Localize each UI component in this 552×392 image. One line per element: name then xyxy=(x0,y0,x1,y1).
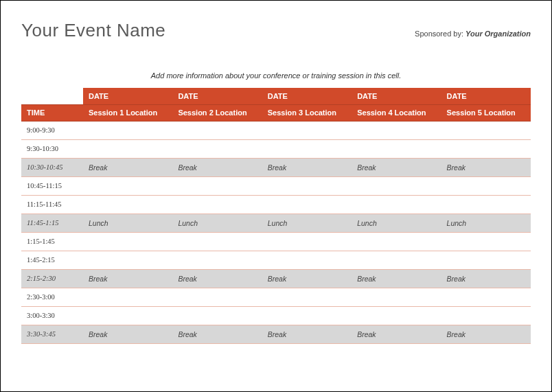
table-row: 11:15-11:45 xyxy=(21,195,531,214)
time-cell: 1:45-2:15 xyxy=(21,251,83,269)
column-date-5: DATE xyxy=(441,88,531,104)
time-cell: 9:00-9:30 xyxy=(21,121,83,139)
session-cell xyxy=(172,195,262,214)
date-row-blank xyxy=(21,88,83,104)
session-cell: Break xyxy=(83,325,172,343)
session-cell xyxy=(172,232,262,251)
session-cell: Lunch xyxy=(352,214,441,232)
session-cell xyxy=(83,139,172,158)
session-cell xyxy=(441,176,531,195)
session-cell xyxy=(262,195,352,214)
session-cell xyxy=(83,251,172,269)
time-cell: 2:30-3:00 xyxy=(21,288,83,306)
time-header: TIME xyxy=(21,104,83,121)
session-cell: Break xyxy=(262,269,352,288)
session-cell xyxy=(441,306,531,325)
session-cell xyxy=(262,232,352,251)
session-cell xyxy=(441,121,531,139)
session-cell xyxy=(172,306,262,325)
table-row: 9:00-9:30 xyxy=(21,121,531,139)
column-location-3: Session 3 Location xyxy=(262,104,352,121)
session-cell xyxy=(83,288,172,306)
session-cell xyxy=(262,251,352,269)
session-cell xyxy=(83,121,172,139)
session-cell xyxy=(172,121,262,139)
session-cell xyxy=(83,195,172,214)
session-cell xyxy=(441,232,531,251)
session-cell xyxy=(262,139,352,158)
table-row: 10:30-10:45BreakBreakBreakBreakBreak xyxy=(21,158,531,176)
column-location-2: Session 2 Location xyxy=(172,104,262,121)
session-cell: Break xyxy=(441,325,531,343)
session-cell xyxy=(172,176,262,195)
session-cell xyxy=(441,288,531,306)
column-location-5: Session 5 Location xyxy=(441,104,531,121)
session-cell xyxy=(172,288,262,306)
session-cell xyxy=(352,232,441,251)
session-cell: Break xyxy=(83,158,172,176)
column-date-4: DATE xyxy=(352,88,441,104)
table-row: 11:45-1:15LunchLunchLunchLunchLunch xyxy=(21,214,531,232)
page-header: Your Event Name Sponsored by: Your Organ… xyxy=(21,20,531,41)
session-cell xyxy=(441,251,531,269)
time-cell: 3:30-3:45 xyxy=(21,325,83,343)
table-row: 2:30-3:00 xyxy=(21,288,531,306)
session-cell: Break xyxy=(441,269,531,288)
session-cell: Lunch xyxy=(172,214,262,232)
session-cell: Lunch xyxy=(441,214,531,232)
time-cell: 10:30-10:45 xyxy=(21,158,83,176)
session-cell xyxy=(441,139,531,158)
session-cell: Break xyxy=(441,158,531,176)
session-cell xyxy=(83,232,172,251)
table-row: 1:15-1:45 xyxy=(21,232,531,251)
session-cell: Break xyxy=(352,158,441,176)
time-cell: 3:00-3:30 xyxy=(21,306,83,325)
sponsored-label: Sponsored by: xyxy=(415,30,465,38)
time-cell: 10:45-11:15 xyxy=(21,176,83,195)
session-cell: Break xyxy=(262,158,352,176)
session-cell: Break xyxy=(172,158,262,176)
time-cell: 11:45-1:15 xyxy=(21,214,83,232)
sponsored-by: Sponsored by: Your Organization xyxy=(415,30,531,38)
table-row: 2:15-2:30BreakBreakBreakBreakBreak xyxy=(21,269,531,288)
table-row: 10:45-11:15 xyxy=(21,176,531,195)
session-cell: Break xyxy=(352,269,441,288)
session-cell: Lunch xyxy=(83,214,172,232)
conference-subtitle: Add more information about your conferen… xyxy=(151,71,401,80)
session-cell xyxy=(352,288,441,306)
session-cell: Break xyxy=(172,269,262,288)
session-cell: Break xyxy=(352,325,441,343)
organization-name: Your Organization xyxy=(465,30,531,38)
session-cell xyxy=(83,176,172,195)
session-cell xyxy=(352,121,441,139)
session-cell xyxy=(83,306,172,325)
session-cell xyxy=(262,306,352,325)
session-cell xyxy=(352,176,441,195)
session-cell xyxy=(172,251,262,269)
session-cell xyxy=(352,306,441,325)
table-row: 9:30-10:30 xyxy=(21,139,531,158)
session-cell xyxy=(172,139,262,158)
session-cell xyxy=(441,195,531,214)
table-row: 3:30-3:45BreakBreakBreakBreakBreak xyxy=(21,325,531,343)
time-cell: 2:15-2:30 xyxy=(21,269,83,288)
time-cell: 11:15-11:45 xyxy=(21,195,83,214)
schedule-table: DATEDATEDATEDATEDATETIMESession 1 Locati… xyxy=(21,88,531,344)
session-cell: Lunch xyxy=(262,214,352,232)
session-cell xyxy=(262,288,352,306)
time-cell: 9:30-10:30 xyxy=(21,139,83,158)
column-location-1: Session 1 Location xyxy=(83,104,172,121)
column-location-4: Session 4 Location xyxy=(352,104,441,121)
session-cell xyxy=(352,195,441,214)
table-row: 3:00-3:30 xyxy=(21,306,531,325)
session-cell: Break xyxy=(83,269,172,288)
column-date-3: DATE xyxy=(262,88,352,104)
column-date-1: DATE xyxy=(83,88,172,104)
event-name: Your Event Name xyxy=(21,20,165,41)
column-date-2: DATE xyxy=(172,88,262,104)
time-cell: 1:15-1:45 xyxy=(21,232,83,251)
session-cell xyxy=(262,176,352,195)
session-cell xyxy=(352,139,441,158)
session-cell: Break xyxy=(262,325,352,343)
session-cell: Break xyxy=(172,325,262,343)
